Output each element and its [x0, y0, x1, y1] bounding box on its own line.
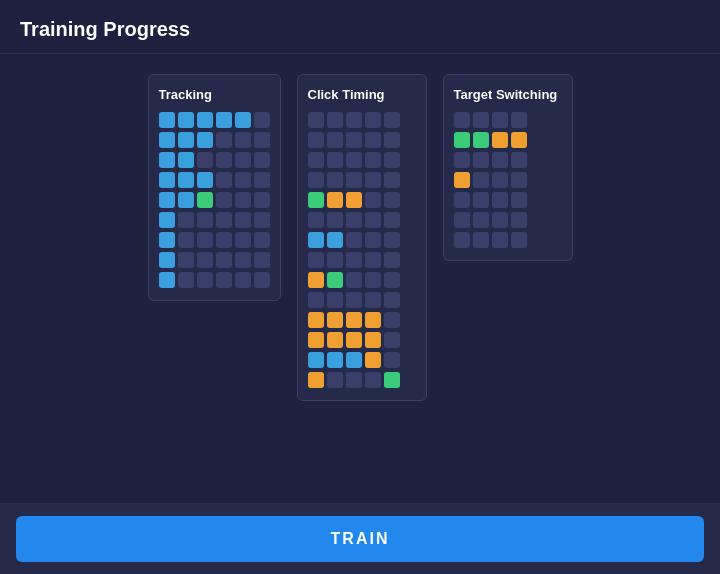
cell-blue	[178, 152, 194, 168]
cell-orange	[511, 132, 527, 148]
cell-empty	[235, 232, 251, 248]
cell-empty	[197, 212, 213, 228]
cell-empty	[308, 252, 324, 268]
cell-empty	[197, 272, 213, 288]
panel-title-target-switching: Target Switching	[454, 87, 562, 102]
cell-empty	[365, 172, 381, 188]
cell-empty	[492, 232, 508, 248]
cell-empty	[454, 232, 470, 248]
cell-green	[308, 192, 324, 208]
cell-blue	[346, 352, 362, 368]
cell-empty	[254, 112, 270, 128]
grid-row	[454, 152, 562, 168]
grid-row	[454, 212, 562, 228]
cell-green	[473, 132, 489, 148]
cell-empty	[384, 152, 400, 168]
cell-empty	[365, 292, 381, 308]
grid-row	[308, 252, 416, 268]
cell-empty	[216, 252, 232, 268]
cell-empty	[346, 132, 362, 148]
cell-empty	[197, 252, 213, 268]
main-content: TrackingClick TimingTarget Switching	[0, 54, 720, 503]
cell-empty	[454, 212, 470, 228]
cell-empty	[492, 152, 508, 168]
cell-blue	[327, 352, 343, 368]
cell-orange	[365, 352, 381, 368]
cell-empty	[346, 212, 362, 228]
cell-empty	[365, 192, 381, 208]
cell-empty	[235, 272, 251, 288]
cell-empty	[365, 112, 381, 128]
cell-empty	[327, 112, 343, 128]
cell-empty	[384, 252, 400, 268]
cell-empty	[235, 252, 251, 268]
cell-empty	[216, 272, 232, 288]
cell-blue	[178, 172, 194, 188]
cell-empty	[492, 212, 508, 228]
cell-empty	[254, 232, 270, 248]
cell-empty	[216, 192, 232, 208]
cell-empty	[178, 232, 194, 248]
grid-row	[159, 192, 270, 208]
cell-blue	[178, 132, 194, 148]
grid-tracking	[159, 112, 270, 288]
cell-blue	[159, 172, 175, 188]
cell-empty	[235, 212, 251, 228]
cell-empty	[473, 152, 489, 168]
cell-empty	[216, 232, 232, 248]
cell-orange	[346, 192, 362, 208]
cell-empty	[346, 172, 362, 188]
grid-row	[308, 192, 416, 208]
cell-blue	[235, 112, 251, 128]
cell-empty	[365, 272, 381, 288]
cell-empty	[308, 292, 324, 308]
cell-empty	[454, 192, 470, 208]
grid-row	[454, 172, 562, 188]
cell-empty	[511, 192, 527, 208]
cell-empty	[346, 252, 362, 268]
cell-empty	[473, 212, 489, 228]
cell-empty	[254, 252, 270, 268]
cell-empty	[178, 272, 194, 288]
cell-orange	[454, 172, 470, 188]
panel-target-switching: Target Switching	[443, 74, 573, 261]
cell-empty	[327, 212, 343, 228]
cell-empty	[511, 212, 527, 228]
train-button[interactable]: TRAIN	[16, 516, 704, 562]
cell-empty	[327, 372, 343, 388]
cell-blue	[159, 232, 175, 248]
cell-empty	[327, 132, 343, 148]
cell-empty	[235, 172, 251, 188]
cell-green	[197, 192, 213, 208]
cell-empty	[216, 212, 232, 228]
cell-empty	[384, 312, 400, 328]
cell-empty	[511, 232, 527, 248]
grid-row	[159, 232, 270, 248]
cell-blue	[178, 192, 194, 208]
cell-empty	[346, 232, 362, 248]
cell-empty	[473, 232, 489, 248]
cell-empty	[365, 152, 381, 168]
cell-empty	[235, 152, 251, 168]
cell-empty	[346, 152, 362, 168]
cell-green	[454, 132, 470, 148]
grid-row	[308, 152, 416, 168]
cell-empty	[327, 172, 343, 188]
cell-orange	[492, 132, 508, 148]
cell-orange	[308, 312, 324, 328]
grid-row	[159, 212, 270, 228]
cell-empty	[384, 272, 400, 288]
cell-empty	[384, 112, 400, 128]
cell-empty	[308, 132, 324, 148]
cell-empty	[384, 352, 400, 368]
cell-empty	[216, 152, 232, 168]
cell-blue	[308, 352, 324, 368]
cell-blue	[159, 152, 175, 168]
grid-row	[159, 272, 270, 288]
cell-empty	[492, 112, 508, 128]
panel-title-click-timing: Click Timing	[308, 87, 416, 102]
cell-empty	[473, 172, 489, 188]
cell-empty	[384, 232, 400, 248]
grid-row	[159, 172, 270, 188]
grid-row	[308, 112, 416, 128]
